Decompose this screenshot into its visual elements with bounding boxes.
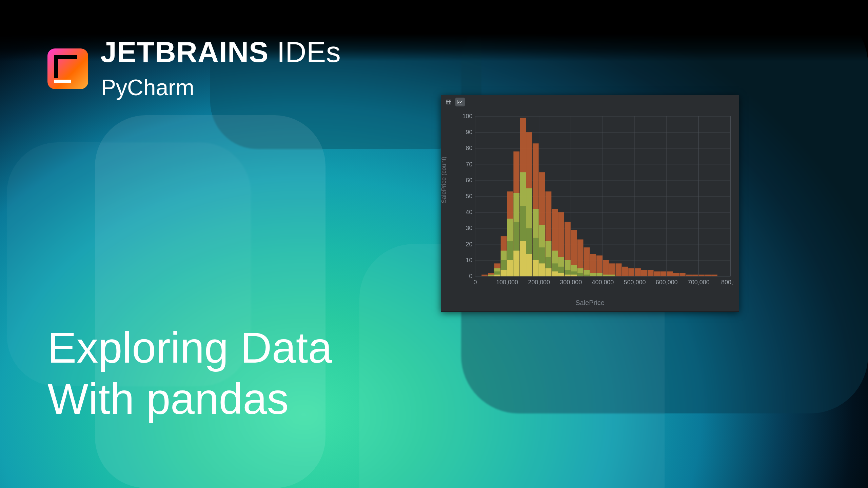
svg-rect-44 — [481, 274, 488, 276]
svg-text:200,000: 200,000 — [528, 279, 550, 286]
svg-rect-66 — [622, 267, 628, 276]
svg-text:0: 0 — [473, 279, 477, 286]
svg-rect-118 — [507, 260, 513, 276]
svg-rect-116 — [494, 274, 500, 276]
svg-rect-121 — [526, 254, 532, 276]
svg-rect-126 — [558, 273, 564, 276]
svg-text:300,000: 300,000 — [560, 279, 582, 286]
plot-area: 01020304050607080901000100,000200,000300… — [460, 114, 733, 288]
x-axis-label: SalePrice — [441, 299, 739, 307]
slide-title: Exploring Data With pandas — [47, 322, 332, 424]
svg-rect-119 — [513, 251, 519, 277]
brand-header: JETBRAINS IDEs PyCharm — [47, 37, 341, 100]
jetbrains-logo-icon — [47, 48, 88, 89]
title-line-1: Exploring Data — [47, 322, 332, 373]
svg-text:0: 0 — [469, 273, 472, 280]
svg-rect-74 — [673, 273, 679, 276]
svg-rect-71 — [654, 271, 660, 276]
svg-rect-68 — [635, 268, 641, 277]
histogram-plot: 01020304050607080901000100,000200,000300… — [460, 114, 733, 288]
svg-rect-65 — [616, 263, 622, 276]
svg-text:100: 100 — [462, 114, 473, 120]
chart-view-button[interactable] — [455, 98, 465, 106]
svg-text:70: 70 — [466, 161, 473, 168]
svg-text:30: 30 — [466, 225, 473, 231]
svg-rect-120 — [520, 241, 526, 276]
chart-toolbar — [441, 95, 739, 109]
svg-text:40: 40 — [466, 209, 473, 216]
svg-rect-127 — [565, 274, 571, 276]
promo-slide: JETBRAINS IDEs PyCharm Exploring Data Wi… — [0, 0, 868, 488]
svg-text:700,000: 700,000 — [688, 279, 710, 286]
svg-rect-98 — [596, 273, 603, 276]
svg-text:400,000: 400,000 — [592, 279, 614, 286]
svg-rect-67 — [628, 268, 634, 277]
chart-icon — [457, 99, 463, 105]
svg-text:10: 10 — [466, 257, 473, 264]
svg-rect-0 — [446, 100, 451, 104]
svg-rect-114 — [577, 273, 584, 276]
svg-rect-77 — [692, 274, 698, 276]
svg-rect-97 — [590, 273, 596, 276]
brand-title-light: IDEs — [269, 36, 341, 68]
svg-rect-63 — [603, 260, 609, 276]
y-axis-label: SalePrice (count) — [440, 157, 448, 203]
svg-rect-64 — [609, 263, 615, 276]
svg-rect-125 — [552, 271, 558, 276]
table-icon — [446, 99, 452, 105]
svg-rect-117 — [501, 270, 507, 276]
svg-text:80: 80 — [466, 145, 473, 151]
svg-rect-80 — [711, 274, 717, 276]
svg-rect-61 — [590, 254, 596, 276]
brand-product: PyCharm — [101, 75, 341, 100]
svg-rect-72 — [660, 271, 666, 276]
svg-text:600,000: 600,000 — [656, 279, 678, 286]
svg-rect-70 — [648, 270, 654, 276]
svg-rect-100 — [609, 274, 615, 276]
chart-panel: SalePrice (count) SalePrice 010203040506… — [441, 95, 739, 312]
brand-title: JETBRAINS IDEs — [100, 37, 341, 66]
svg-rect-122 — [533, 260, 539, 276]
svg-rect-78 — [698, 274, 705, 276]
svg-rect-115 — [584, 274, 590, 276]
svg-rect-124 — [545, 268, 551, 277]
table-view-button[interactable] — [444, 98, 453, 106]
svg-rect-79 — [705, 274, 711, 276]
svg-rect-73 — [667, 271, 673, 276]
svg-rect-123 — [539, 263, 545, 276]
svg-rect-75 — [679, 273, 686, 276]
bg-shape — [95, 115, 326, 488]
svg-text:800,00: 800,00 — [721, 279, 733, 286]
svg-text:90: 90 — [466, 129, 473, 136]
svg-rect-69 — [641, 270, 647, 276]
title-line-2: With pandas — [47, 373, 332, 424]
svg-rect-81 — [488, 274, 494, 276]
svg-text:20: 20 — [466, 241, 473, 248]
svg-text:500,000: 500,000 — [624, 279, 646, 286]
svg-rect-76 — [686, 274, 692, 276]
svg-text:50: 50 — [466, 193, 473, 200]
svg-text:100,000: 100,000 — [496, 279, 518, 286]
svg-rect-99 — [603, 274, 609, 276]
svg-rect-128 — [571, 274, 577, 276]
brand-title-bold: JETBRAINS — [100, 36, 269, 68]
svg-text:60: 60 — [466, 177, 473, 184]
